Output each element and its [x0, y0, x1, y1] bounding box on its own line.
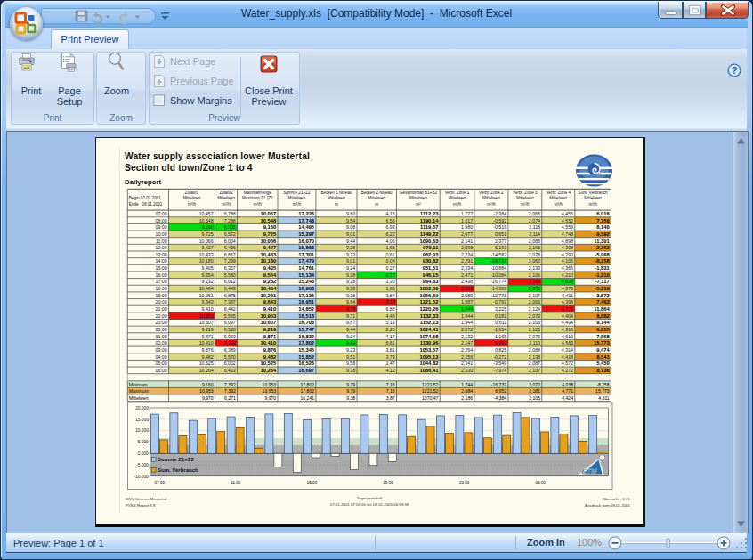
svg-text:-5,000: -5,000 [136, 463, 149, 467]
svg-text:4,398: 4,398 [562, 299, 573, 304]
svg-text:6,56: 6,56 [385, 218, 394, 223]
svg-text:-14,582: -14,582 [490, 252, 506, 257]
svg-text:3,84: 3,84 [385, 293, 394, 298]
svg-text:9,79: 9,79 [346, 382, 355, 387]
svg-text:1056,69: 1056,69 [419, 293, 439, 298]
svg-text:9,60: 9,60 [346, 211, 355, 216]
svg-text:6,528: 6,528 [224, 327, 236, 332]
svg-text:-12,771: -12,771 [490, 293, 506, 298]
svg-text:6,004: 6,004 [224, 239, 236, 244]
svg-text:-5,968: -5,968 [595, 252, 610, 257]
svg-text:4,424: 4,424 [562, 395, 573, 401]
svg-text:9,18: 9,18 [346, 293, 355, 298]
svg-text:2,247: 2,247 [461, 340, 473, 345]
svg-text:Tagesprotokoll: Tagesprotokoll [357, 496, 382, 500]
svg-text:9,44: 9,44 [346, 327, 355, 332]
svg-text:4,314: 4,314 [562, 347, 573, 353]
svg-text:4,559: 4,559 [562, 224, 573, 230]
svg-text:9,24: 9,24 [346, 265, 355, 271]
svg-text:9,60: 9,60 [346, 340, 355, 345]
svg-text:10,066: 10,066 [199, 239, 214, 244]
svg-text:2,362: 2,362 [596, 245, 610, 250]
svg-text:5,450: 5,450 [596, 361, 610, 366]
svg-text:2,132: 2,132 [461, 334, 473, 339]
svg-text:9,405: 9,405 [263, 265, 277, 271]
svg-text:11,301: 11,301 [594, 239, 610, 244]
svg-text:2,060: 2,060 [529, 258, 540, 264]
svg-text:9,28: 9,28 [346, 245, 355, 250]
svg-text:2,124: 2,124 [529, 306, 540, 312]
svg-text:-16,737: -16,737 [491, 382, 506, 387]
svg-text:-10,000: -10,000 [134, 475, 150, 479]
svg-text:9,64: 9,64 [346, 299, 355, 304]
svg-text:1044,82: 1044,82 [419, 361, 438, 366]
svg-text:6,952: 6,952 [495, 340, 506, 345]
svg-text:9,01: 9,01 [346, 258, 355, 264]
svg-text:Zulauf2: Zulauf2 [219, 191, 233, 195]
svg-text:1119,57: 1119,57 [420, 224, 438, 230]
svg-text:16,241: 16,241 [301, 395, 315, 401]
svg-text:2,25: 2,25 [385, 327, 394, 332]
svg-text:16,703: 16,703 [298, 320, 315, 325]
svg-text:10,548: 10,548 [260, 218, 277, 223]
svg-text:17,802: 17,802 [298, 340, 314, 345]
svg-text:10,953: 10,953 [199, 388, 214, 394]
svg-text:10,953: 10,953 [199, 313, 214, 319]
svg-text:Mittelwert: Mittelwert [288, 196, 306, 200]
svg-text:-1,831: -1,831 [595, 265, 610, 271]
svg-text:9,38: 9,38 [346, 286, 355, 291]
svg-text:-7,117: -7,117 [595, 279, 610, 284]
svg-text:Mittelwert: Mittelwert [129, 395, 149, 401]
svg-text:m: m [335, 202, 338, 207]
svg-text:2,163: 2,163 [529, 279, 540, 284]
svg-text:13:00: 13:00 [156, 252, 167, 257]
svg-text:0,27: 0,27 [385, 265, 394, 271]
svg-text:16,697: 16,697 [298, 368, 314, 373]
svg-text:16,526: 16,526 [298, 361, 315, 366]
svg-text:9,44: 9,44 [346, 239, 355, 244]
svg-text:2,072: 2,072 [461, 327, 473, 332]
svg-text:Minimum: Minimum [129, 382, 148, 387]
svg-text:-16,737: -16,737 [490, 258, 506, 264]
svg-text:6,442: 6,442 [224, 306, 236, 312]
svg-text:9,592: 9,592 [596, 231, 610, 237]
svg-text:3,225: 3,225 [495, 306, 506, 312]
svg-text:16:00: 16:00 [156, 272, 167, 278]
svg-text:09:00: 09:00 [156, 224, 167, 230]
svg-text:?: ? [731, 65, 737, 76]
svg-text:10,548: 10,548 [199, 218, 214, 223]
svg-text:8,736: 8,736 [596, 368, 610, 373]
svg-text:2,438: 2,438 [461, 279, 473, 284]
svg-text:9,725: 9,725 [263, 231, 277, 237]
svg-text:2,684: 2,684 [461, 388, 473, 394]
svg-text:6,443: 6,443 [224, 286, 236, 291]
svg-text:0,04: 0,04 [385, 258, 394, 264]
svg-text:1,744: 1,744 [461, 382, 473, 387]
svg-text:m³/h: m³/h [293, 202, 302, 207]
svg-text:15,297: 15,297 [298, 231, 314, 237]
svg-text:Summe Z1+Z2: Summe Z1+Z2 [283, 191, 311, 195]
svg-text:1053,57: 1053,57 [419, 347, 438, 353]
svg-text:4,748: 4,748 [562, 231, 573, 237]
svg-text:Sum. Verbrauch: Sum. Verbrauch [579, 191, 608, 195]
svg-text:9,876: 9,876 [263, 347, 277, 353]
svg-text:m³: m³ [416, 202, 421, 207]
svg-text:1024,41: 1024,41 [419, 327, 439, 332]
svg-text:962,02: 962,02 [423, 252, 439, 257]
svg-text:07.01.2001 07:00:00 bis 08.01.: 07.01.2001 07:00:00 bis 08.01.2001 06:59… [330, 502, 409, 507]
svg-text:7,463: 7,463 [596, 299, 610, 304]
svg-text:10,525: 10,525 [260, 361, 277, 366]
svg-text:1002,39: 1002,39 [419, 286, 439, 291]
svg-text:9,482: 9,482 [263, 354, 277, 360]
svg-text:10,066: 10,066 [260, 239, 277, 244]
svg-text:15,243: 15,243 [298, 279, 315, 284]
svg-text:4,318: 4,318 [562, 327, 573, 332]
svg-text:15,134: 15,134 [298, 272, 315, 278]
svg-text:9,38: 9,38 [346, 395, 355, 401]
svg-text:2,063: 2,063 [529, 299, 540, 304]
svg-text:6,572: 6,572 [224, 231, 236, 237]
svg-text:4,494: 4,494 [562, 320, 573, 325]
svg-text:05:00: 05:00 [156, 361, 167, 366]
svg-text:7,868: 7,868 [596, 334, 610, 339]
svg-text:5,565: 5,565 [224, 313, 236, 319]
